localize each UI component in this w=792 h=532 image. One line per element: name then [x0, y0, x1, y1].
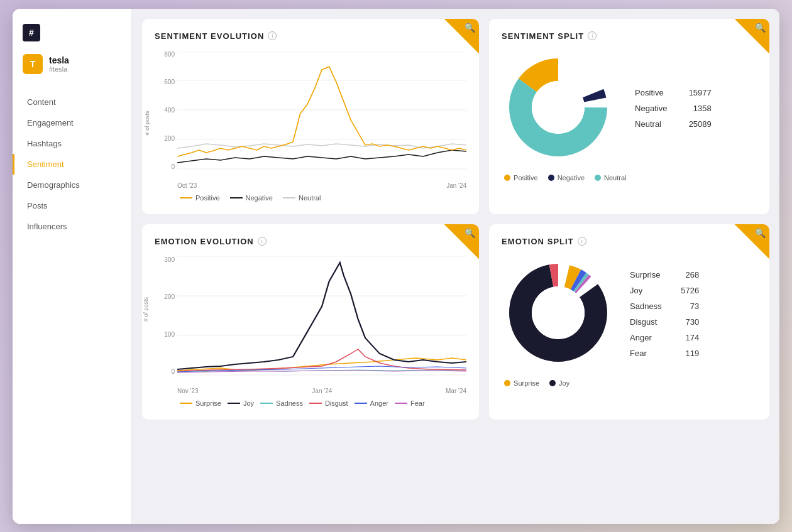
stat-anger: Anger 174	[630, 333, 699, 342]
y-tick-300: 300	[164, 256, 175, 263]
legend-anger-line	[355, 403, 367, 404]
emotion-evolution-chart	[177, 256, 466, 376]
donut-stats: Positive 15977 Negative 1358 Neutral 250…	[635, 88, 712, 129]
legend-split-positive-dot	[504, 175, 510, 181]
y-tick-200: 200	[164, 293, 175, 300]
sidebar-item-sentiment[interactable]: Sentiment	[13, 154, 131, 175]
sidebar-item-demographics[interactable]: Demographics	[13, 175, 131, 195]
sentiment-split-legend: Positive Negative Neutral	[502, 174, 757, 182]
card-emotion-evolution: 🔍 EMOTION EVOLUTION i 300 200 100 0 # of…	[142, 224, 479, 420]
info-icon-4[interactable]: i	[578, 237, 586, 246]
stat-positive-value: 15977	[689, 88, 712, 97]
sidebar-nav: Content Engagement Hashtags Sentiment De…	[13, 87, 131, 242]
legend-split-joy: Joy	[549, 379, 569, 387]
emotion-evolution-title: EMOTION EVOLUTION	[155, 237, 254, 246]
emotion-split-stats-area: Surprise 268 Joy 5726 Sadness 73 Disgu	[630, 270, 699, 358]
x-label-oct23: Oct '23	[177, 182, 197, 189]
stat-neutral-label: Neutral	[635, 119, 661, 129]
legend-fear-label: Fear	[410, 399, 425, 407]
sidebar-item-hashtags[interactable]: Hashtags	[13, 133, 131, 154]
stat-surprise-label: Surprise	[630, 270, 660, 280]
row-sentiment: 🔍 SENTIMENT EVOLUTION i 800 600 400 200 …	[142, 19, 769, 214]
sidebar-item-posts[interactable]: Posts	[13, 195, 131, 216]
legend-disgust-label: Disgust	[325, 399, 348, 407]
y-axis-label: # of posts	[144, 111, 150, 135]
main-content: 🔍 SENTIMENT EVOLUTION i 800 600 400 200 …	[132, 9, 779, 524]
y-tick-0: 0	[171, 163, 175, 170]
stat-anger-value: 174	[686, 333, 700, 342]
sentiment-evolution-title-row: SENTIMENT EVOLUTION i	[155, 31, 466, 41]
legend-split-joy-dot	[549, 380, 556, 386]
legend-split-positive: Positive	[504, 174, 538, 182]
sidebar: # T tesla #tesla Content Engagement Hash…	[13, 9, 132, 524]
card-sentiment-evolution: 🔍 SENTIMENT EVOLUTION i 800 600 400 200 …	[142, 19, 479, 214]
emotion-evolution-title-row: EMOTION EVOLUTION i	[155, 237, 466, 246]
legend-split-surprise-dot	[504, 380, 510, 386]
legend-split-surprise: Surprise	[504, 379, 539, 387]
legend-positive-label: Positive	[195, 194, 220, 202]
stat-surprise: Surprise 268	[630, 270, 699, 280]
legend-sadness: Sadness	[260, 399, 303, 407]
card-emotion-split: 🔍 EMOTION SPLIT i	[489, 224, 769, 420]
search-icon-4[interactable]: 🔍	[755, 228, 766, 238]
sidebar-item-engagement[interactable]: Engagement	[13, 112, 131, 133]
emotion-donut-svg	[502, 256, 615, 369]
stat-sadness: Sadness 73	[630, 301, 699, 311]
legend-sadness-label: Sadness	[276, 399, 303, 407]
x-label-jan24: Jan '24	[446, 182, 466, 189]
legend-split-neutral-dot	[595, 175, 601, 181]
sidebar-header: #	[13, 19, 131, 54]
emotion-split-content: Surprise 268 Joy 5726 Sadness 73 Disgu	[502, 256, 757, 372]
y-tick-100: 100	[164, 331, 175, 338]
sentiment-evolution-title: SENTIMENT EVOLUTION	[155, 31, 264, 41]
info-icon-3[interactable]: i	[258, 237, 267, 246]
legend-joy-label: Joy	[243, 399, 254, 407]
search-icon-2[interactable]: 🔍	[755, 23, 766, 33]
legend-negative: Negative	[230, 194, 273, 202]
legend-joy-line	[228, 403, 240, 404]
stat-joy-value: 5726	[681, 286, 699, 295]
app-container: # T tesla #tesla Content Engagement Hash…	[13, 9, 779, 524]
stat-neutral: Neutral 25089	[635, 119, 712, 129]
legend-anger: Anger	[355, 399, 388, 407]
legend-joy: Joy	[228, 399, 254, 407]
sidebar-item-content[interactable]: Content	[13, 92, 131, 112]
legend-fear-line	[395, 403, 407, 404]
sidebar-item-influencers[interactable]: Influencers	[13, 216, 131, 237]
legend-sadness-line	[260, 403, 273, 404]
emotion-split-title: EMOTION SPLIT	[502, 237, 574, 246]
sentiment-split-stats-area: Positive 15977 Negative 1358 Neutral 250…	[635, 88, 712, 129]
legend-neutral-line	[283, 197, 295, 198]
legend-split-surprise-label: Surprise	[514, 379, 539, 387]
legend-negative-label: Negative	[246, 194, 273, 202]
svg-point-19	[532, 286, 585, 339]
stat-disgust: Disgust 730	[630, 317, 699, 327]
account-info: tesla #tesla	[49, 55, 69, 73]
search-icon-3[interactable]: 🔍	[465, 228, 475, 238]
stat-fear-label: Fear	[630, 349, 647, 358]
emotion-split-title-row: EMOTION SPLIT i	[502, 237, 757, 246]
stat-sadness-label: Sadness	[630, 301, 662, 311]
info-icon-2[interactable]: i	[588, 31, 597, 40]
legend-disgust: Disgust	[309, 399, 348, 407]
stat-disgust-value: 730	[686, 317, 700, 327]
legend-disgust-line	[309, 403, 322, 404]
row-emotion: 🔍 EMOTION EVOLUTION i 300 200 100 0 # of…	[142, 224, 769, 420]
search-icon[interactable]: 🔍	[465, 23, 475, 33]
y-tick-200: 200	[164, 135, 175, 142]
legend-fear: Fear	[395, 399, 425, 407]
x-label-nov23: Nov '23	[177, 388, 199, 394]
y-tick-0b: 0	[171, 368, 175, 375]
x-label-jan24-2: Jan '24	[312, 388, 332, 394]
info-icon[interactable]: i	[268, 31, 277, 40]
y-tick-800: 800	[164, 51, 175, 58]
stat-fear-value: 119	[686, 349, 700, 358]
sentiment-evolution-chart	[177, 51, 466, 170]
legend-neutral: Neutral	[283, 194, 321, 202]
legend-negative-line	[230, 197, 243, 198]
legend-split-neutral-label: Neutral	[604, 174, 626, 182]
legend-split-negative: Negative	[548, 174, 585, 182]
app-logo: #	[23, 24, 40, 41]
legend-surprise: Surprise	[180, 399, 221, 407]
stat-joy-label: Joy	[630, 286, 642, 295]
